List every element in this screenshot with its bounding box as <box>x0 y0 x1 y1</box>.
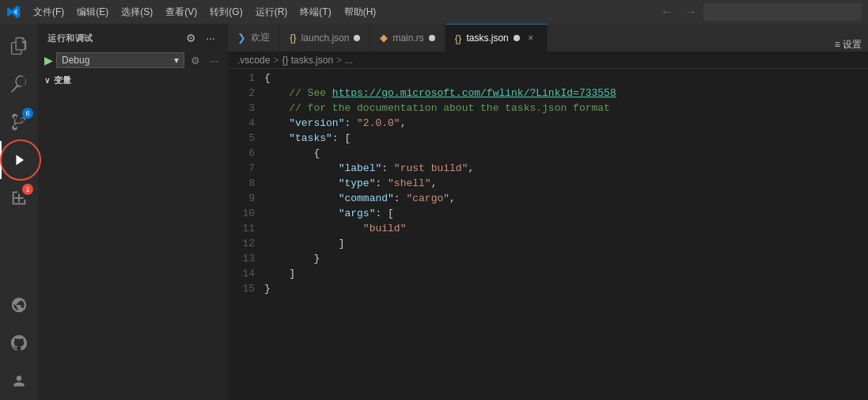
menu-bar: 文件(F) 编辑(E) 选择(S) 查看(V) 转到(G) 运行(R) 终端(T… <box>27 2 382 22</box>
code-line: "build" <box>261 221 868 236</box>
code-line: // See https://go.microsoft.com/fwlink/?… <box>261 86 868 101</box>
tab-launch[interactable]: {} launch.json <box>280 24 370 51</box>
activity-bar: 6 1 <box>0 24 38 400</box>
tab-main-label: main.rs <box>392 32 423 44</box>
breadcrumb-sep1: > <box>273 55 279 66</box>
main-layout: 6 1 运行和调试 ⚙ ··· ▶ <box>0 24 868 400</box>
tab-tasks[interactable]: {} tasks.json × <box>445 24 548 51</box>
tabs-settings[interactable]: ≡ 设置 <box>828 38 868 51</box>
sidebar-settings-btn[interactable]: ⚙ <box>183 30 199 46</box>
tab-main[interactable]: ◆ main.rs <box>370 24 445 51</box>
code-line: "command": "cargo", <box>261 191 868 206</box>
tab-welcome-label: 欢迎 <box>251 31 270 44</box>
activity-files[interactable] <box>0 27 38 65</box>
code-line: { <box>261 70 868 86</box>
code-line: "label": "rust build", <box>261 161 868 176</box>
activity-github[interactable] <box>0 324 38 362</box>
sidebar-header-actions: ⚙ ··· <box>183 30 218 46</box>
line-numbers: 123456789101112131415 <box>228 69 261 400</box>
tab-main-icon: ◆ <box>380 32 388 44</box>
menu-select[interactable]: 选择(S) <box>115 2 159 22</box>
titlebar-controls: ← → <box>656 3 862 21</box>
activity-search[interactable] <box>0 65 38 103</box>
title-search[interactable] <box>703 3 862 21</box>
code-line: "tasks": [ <box>261 131 868 146</box>
editor-container: ❯ 欢迎 {} launch.json ◆ main.rs {} tasks.j… <box>228 24 868 400</box>
tab-launch-modified <box>354 35 360 41</box>
tab-launch-label: launch.json <box>301 32 350 44</box>
code-line: ] <box>261 266 868 281</box>
code-line: ] <box>261 236 868 251</box>
editor-body: 123456789101112131415 { // See https://g… <box>228 69 868 400</box>
variables-label: 变量 <box>54 74 72 86</box>
source-control-badge: 6 <box>22 108 33 119</box>
code-line: } <box>261 251 868 266</box>
debug-config-chevron: ▾ <box>174 55 179 66</box>
debug-dots-button[interactable]: ··· <box>207 53 222 68</box>
titlebar: 文件(F) 编辑(E) 选择(S) 查看(V) 转到(G) 运行(R) 终端(T… <box>0 0 868 24</box>
sidebar-header: 运行和调试 ⚙ ··· <box>38 24 228 49</box>
vscode-icon <box>6 5 21 19</box>
code-editor[interactable]: { // See https://go.microsoft.com/fwlink… <box>261 69 868 400</box>
menu-view[interactable]: 查看(V) <box>159 2 203 22</box>
tab-main-modified <box>429 35 435 41</box>
variables-chevron: ∨ <box>44 76 51 85</box>
tab-launch-icon: {} <box>290 32 297 44</box>
code-line: // for the documentation about the tasks… <box>261 101 868 116</box>
code-line: "args": [ <box>261 206 868 221</box>
nav-forward[interactable]: → <box>680 3 702 21</box>
activity-account[interactable] <box>0 362 38 400</box>
menu-run[interactable]: 运行(R) <box>249 2 294 22</box>
menu-goto[interactable]: 转到(G) <box>203 2 248 22</box>
menu-terminal[interactable]: 终端(T) <box>294 2 337 22</box>
sidebar: 运行和调试 ⚙ ··· ▶ Debug ▾ ⚙ ··· ∨ 变量 <box>38 24 228 400</box>
activity-extensions[interactable]: 1 <box>0 179 38 217</box>
sidebar-title: 运行和调试 <box>47 32 93 44</box>
breadcrumb-vscode: .vscode <box>237 55 270 66</box>
code-line: "type": "shell", <box>261 176 868 191</box>
debug-config-label: Debug <box>62 55 89 66</box>
tab-welcome[interactable]: ❯ 欢迎 <box>228 24 280 51</box>
tab-tasks-close[interactable]: × <box>525 32 537 44</box>
debug-play-button[interactable]: ▶ <box>44 54 53 67</box>
code-line: } <box>261 281 868 296</box>
debug-config-dropdown[interactable]: Debug ▾ <box>56 52 184 68</box>
breadcrumb-file: {} tasks.json <box>282 55 333 66</box>
extensions-badge: 1 <box>22 184 33 195</box>
sidebar-more-btn[interactable]: ··· <box>203 30 218 46</box>
breadcrumb: .vscode > {} tasks.json > ... <box>228 51 868 69</box>
variables-section[interactable]: ∨ 变量 <box>38 71 228 90</box>
debug-gear-button[interactable]: ⚙ <box>188 53 203 68</box>
menu-edit[interactable]: 编辑(E) <box>70 2 115 22</box>
nav-back[interactable]: ← <box>656 3 678 21</box>
tab-welcome-icon: ❯ <box>237 32 246 44</box>
menu-help[interactable]: 帮助(H) <box>338 2 383 22</box>
debug-toolbar: ▶ Debug ▾ ⚙ ··· <box>38 49 228 71</box>
activity-remote[interactable] <box>0 286 38 324</box>
tab-tasks-icon: {} <box>455 32 462 44</box>
tab-tasks-modified <box>514 35 520 41</box>
breadcrumb-section: ... <box>345 55 353 66</box>
tab-tasks-label: tasks.json <box>466 32 508 44</box>
menu-file[interactable]: 文件(F) <box>27 2 70 22</box>
tabs-bar: ❯ 欢迎 {} launch.json ◆ main.rs {} tasks.j… <box>228 24 868 51</box>
breadcrumb-sep2: > <box>336 55 342 66</box>
code-line: { <box>261 146 868 161</box>
activity-source-control[interactable]: 6 <box>0 103 38 141</box>
code-line: "version": "2.0.0", <box>261 116 868 131</box>
activity-run[interactable] <box>0 141 38 179</box>
